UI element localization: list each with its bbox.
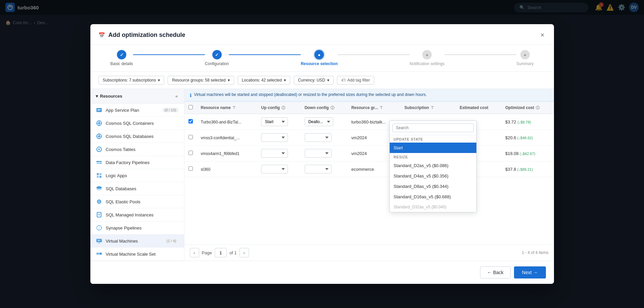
- currency-filter[interactable]: Currency: USD ▾: [294, 76, 334, 85]
- svg-rect-3: [97, 110, 99, 111]
- subscription-header: Subscription ⊤: [400, 102, 456, 114]
- row-2-up-config[interactable]: [257, 130, 300, 146]
- sidebar-item-label: SQL Managed Instances: [106, 212, 179, 217]
- sidebar-item-logic-apps[interactable]: Logic Apps: [90, 169, 184, 182]
- row-4-down-config-select[interactable]: [305, 165, 332, 173]
- sidebar-item-sql-managed-instances[interactable]: SQL Managed Instances: [90, 208, 184, 221]
- svg-rect-36: [99, 253, 102, 255]
- step-configuration[interactable]: ✓ Configuration: [205, 50, 229, 66]
- sidebar-collapse-button[interactable]: «: [175, 93, 178, 99]
- sidebar-item-label: Cosmos SQL Containers: [106, 121, 179, 126]
- row-3-up-config-select[interactable]: [261, 149, 288, 158]
- info-circle-icon: ⓘ: [331, 105, 334, 110]
- row-2-up-config-select[interactable]: [261, 133, 288, 142]
- sidebar-item-sql-elastic-pools[interactable]: SQL Elastic Pools: [90, 195, 184, 208]
- dropdown-item-d8as[interactable]: Standard_D8as_v5 ($0.344): [390, 181, 476, 192]
- step-summary[interactable]: ● Summary: [516, 50, 533, 66]
- row-1-checkbox[interactable]: [188, 119, 193, 123]
- row-4-up-config[interactable]: [257, 161, 300, 177]
- step-4-circle: ●: [422, 50, 432, 59]
- step-connector-4: [444, 54, 516, 55]
- step-1-label: Basic details: [111, 61, 133, 66]
- svg-point-25: [98, 201, 100, 202]
- step-notification-settings[interactable]: ● Notification settings: [410, 50, 444, 66]
- select-all-header: [184, 102, 197, 114]
- sidebar-item-virtual-machines[interactable]: Virtual Machines (1 / 4): [90, 235, 184, 248]
- row-4-down-config[interactable]: [301, 161, 347, 177]
- step-5-label: Summary: [516, 61, 533, 66]
- chevron-down-icon: ▾: [158, 78, 160, 83]
- step-connector-1: [133, 54, 205, 55]
- back-button[interactable]: ← Back: [480, 266, 511, 278]
- row-2-down-config[interactable]: [301, 130, 347, 146]
- add-tag-filter-button[interactable]: 🏷 Add tag filter: [337, 76, 374, 85]
- info-circle-icon: ⓘ: [282, 105, 285, 110]
- close-button[interactable]: ×: [539, 30, 546, 40]
- row-2-checkbox[interactable]: [188, 135, 193, 139]
- row-4-checkbox[interactable]: [188, 166, 193, 171]
- dropdown-item-d32as[interactable]: Standard_D32as_v5 ($0.040): [390, 202, 476, 212]
- row-2-down-config-select[interactable]: [305, 133, 332, 142]
- sidebar-item-synapse-pipelines[interactable]: Synapse Pipelines: [90, 221, 184, 235]
- sidebar-item-cosmos-tables[interactable]: Cosmos Tables: [90, 143, 184, 156]
- table-row: vmss4arm1_f66bfed1 vm2024 Kovai-SI360-CA…: [184, 146, 554, 161]
- select-all-checkbox[interactable]: [188, 105, 193, 109]
- update-state-label: UPDATE STATE: [390, 135, 476, 143]
- sidebar-item-sql-databases[interactable]: SQL Databases: [90, 182, 184, 195]
- step-3-circle: ●: [314, 50, 324, 59]
- logic-apps-icon: [96, 172, 102, 179]
- svg-rect-32: [98, 243, 100, 244]
- step-basic-details[interactable]: ✓ Basic details: [111, 50, 133, 66]
- svg-rect-34: [97, 241, 100, 242]
- modal-footer: ← Back Next →: [90, 261, 554, 284]
- sql-elastic-pools-icon: [96, 198, 102, 205]
- sidebar-item-data-factory-pipelines[interactable]: Data Factory Pipelines: [90, 156, 184, 169]
- row-1-down-config-select[interactable]: Deallo...: [305, 117, 333, 126]
- sidebar-item-count: (1 / 4): [164, 239, 179, 243]
- row-1-optimized-cost: $3.72 (↓$8.78): [501, 114, 554, 130]
- pagination-bar: ‹ Page of 1 › 1 - 4 of 4 items: [184, 244, 554, 261]
- svg-rect-21: [99, 176, 101, 178]
- step-2-label: Configuration: [205, 61, 229, 66]
- sidebar-item-app-service-plan[interactable]: App Service Plan (0 / 10): [90, 104, 184, 117]
- locations-filter[interactable]: Locations: 42 selected ▾: [238, 76, 290, 85]
- next-page-button[interactable]: ›: [240, 248, 249, 257]
- row-3-down-config-select[interactable]: [305, 149, 332, 158]
- row-3-down-config[interactable]: [301, 146, 347, 161]
- dropdown-item-d16as[interactable]: Standard_D16as_v5 ($0.688): [390, 192, 476, 202]
- vm-scale-set-icon: [96, 251, 102, 257]
- row-1-up-config[interactable]: Start: [257, 114, 300, 130]
- sidebar-item-label: Cosmos SQL Databases: [106, 134, 179, 139]
- sidebar-item-virtual-machine-scale-set[interactable]: Virtual Machine Scale Set: [90, 248, 184, 261]
- resource-name-filter-icon[interactable]: ⊤: [232, 106, 236, 110]
- subscriptions-filter[interactable]: Subscriptions: 7 subscriptions ▾: [98, 76, 165, 85]
- dropdown-search-input[interactable]: [392, 123, 474, 132]
- dropdown-item-start[interactable]: Start: [390, 143, 476, 153]
- step-resource-selection[interactable]: ● Resource selection: [301, 50, 338, 66]
- dropdown-item-d2as[interactable]: Standard_D2as_v5 ($0.086): [390, 160, 476, 171]
- step-5-circle: ●: [520, 50, 530, 59]
- next-button[interactable]: Next →: [514, 266, 546, 278]
- svg-point-13: [98, 148, 100, 150]
- up-config-dropdown-popup: UPDATE STATE Start RESIZE Standard_D2as_…: [389, 120, 477, 212]
- sidebar-item-cosmos-sql-containers[interactable]: Cosmos SQL Containers: [90, 117, 184, 130]
- row-1-up-config-select[interactable]: Start: [261, 117, 288, 126]
- step-2-circle: ✓: [212, 50, 222, 59]
- sidebar-item-label: Cosmos Tables: [106, 147, 179, 152]
- row-3-up-config[interactable]: [257, 146, 300, 161]
- prev-page-button[interactable]: ‹: [190, 248, 199, 257]
- sidebar-item-cosmos-sql-databases[interactable]: Cosmos SQL Databases: [90, 130, 184, 143]
- resource-group-filter-icon[interactable]: ⊤: [380, 106, 383, 110]
- row-4-up-config-select[interactable]: [261, 165, 288, 173]
- row-3-checkbox[interactable]: [188, 151, 193, 155]
- resource-groups-filter[interactable]: Resource groups: 58 selected ▾: [168, 76, 234, 85]
- total-pages: of 1: [229, 250, 237, 255]
- row-1-down-config[interactable]: Deallo...: [301, 114, 347, 130]
- page-number-input[interactable]: [215, 248, 227, 257]
- sidebar-item-label: Logic Apps: [106, 173, 179, 178]
- info-banner: ℹ Virtual machines will be started and s…: [184, 89, 554, 102]
- sql-databases-icon: [96, 185, 102, 192]
- resource-name-header: Resource name ⊤: [197, 102, 257, 114]
- subscription-filter-icon[interactable]: ⊤: [431, 106, 434, 110]
- dropdown-item-d4as[interactable]: Standard_D4as_v5 ($0.356): [390, 171, 476, 181]
